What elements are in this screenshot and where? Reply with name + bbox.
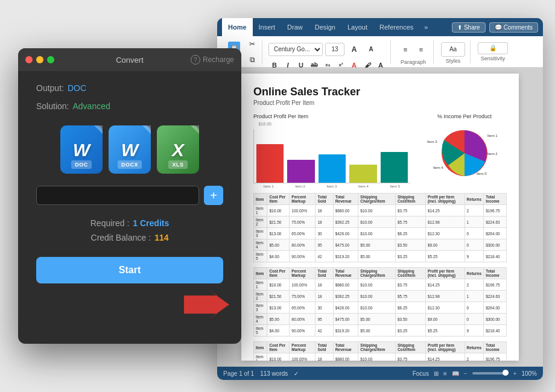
sensitivity-group: 🔒 Sensitivity — [473, 40, 513, 64]
balance-value: 114 — [154, 233, 168, 242]
comments-button[interactable]: 💬 Comments — [489, 22, 538, 33]
table-row: Item 5$4.0090.00%42$319.20$5.00$3.25$5.2… — [254, 325, 507, 337]
copy-button[interactable]: ⧉ — [245, 52, 259, 67]
font-size-input[interactable] — [325, 43, 344, 56]
pie-label-3: Item 3 — [427, 140, 437, 144]
add-file-button[interactable]: + — [204, 186, 223, 205]
view-outline-button[interactable]: ≡ — [443, 370, 447, 377]
s2-col-profit: Profit per Item (incl. shipping) — [425, 268, 465, 279]
tab-layout[interactable]: Layout — [341, 18, 373, 36]
tab-references[interactable]: References — [373, 18, 419, 36]
align-left-button[interactable]: ≡ — [398, 42, 413, 57]
pie-chart-title: % Income Per Product — [422, 113, 507, 119]
col-revenue: Total Revenue — [333, 194, 358, 205]
s2-col-shipping: Shipping Charges/Item — [358, 268, 396, 279]
required-value: 1 Credits — [133, 218, 169, 228]
font-group: Century Go... A A B I U ab x₁ x² A 🖌 A — [265, 40, 391, 64]
window-title: Convert — [116, 55, 144, 65]
s2-col-shipcost: Shipping Cost/Item — [395, 268, 425, 279]
balance-label: Credit Balance : — [91, 233, 151, 242]
tab-home[interactable]: Home — [222, 18, 253, 36]
table-row: Item 4$5.0080.00%95$475.00$5.00$3.50$9.0… — [254, 314, 507, 325]
bar-item3 — [319, 154, 346, 183]
help-icon[interactable]: ? — [191, 55, 200, 65]
section-2: Item Cost Per Item Percent Markup Total … — [253, 267, 507, 337]
docx-icon[interactable]: W DOCX — [109, 125, 151, 174]
minimize-button[interactable] — [36, 56, 43, 63]
required-row: Required : 1 Credits — [36, 218, 223, 228]
pie-label-2: Item 2 — [487, 152, 498, 156]
col-returns: Returns — [465, 194, 484, 205]
start-button[interactable]: Start — [36, 257, 223, 283]
word-count: 113 words — [260, 370, 288, 377]
s2-col-cost: Cost Per Item — [267, 268, 290, 279]
word-window: Home Insert Draw Design Layout Reference… — [217, 18, 543, 380]
s3-col-shipping: Shipping Charges/Item — [358, 342, 396, 353]
pie-label-1: Item 1 — [487, 134, 498, 138]
xls-icon[interactable]: X XLS — [157, 125, 199, 174]
balance-row: Credit Balance : 114 — [36, 233, 223, 242]
share-icon: ⬆ — [457, 24, 462, 31]
zoom-plus[interactable]: + — [513, 370, 517, 377]
s3-col-shipcost: Shipping Cost/Item — [395, 342, 425, 353]
recharge-button[interactable]: ? Recharge — [191, 55, 234, 65]
sensitivity-button[interactable]: 🔒 — [478, 42, 508, 54]
charts-row: Product Profit Per Item $16.00 Item 1 It… — [253, 113, 507, 186]
zoom-slider[interactable] — [472, 372, 509, 375]
cut-button[interactable]: ✂ — [245, 37, 259, 51]
col-markup: Percent Markup — [290, 194, 316, 205]
zoom-minus[interactable]: − — [464, 370, 468, 377]
view-layout-button[interactable]: ⊞ — [434, 370, 439, 377]
s2-col-markup: Percent Markup — [290, 268, 316, 279]
s3-col-markup: Percent Markup — [290, 342, 316, 353]
s3-col-cost: Cost Per Item — [267, 342, 290, 353]
zoom-level: 100% — [521, 370, 537, 377]
doc-icon[interactable]: W DOC — [60, 125, 103, 174]
styles-button[interactable]: Aa — [441, 42, 465, 57]
file-corner-doc — [94, 125, 103, 134]
table-row: Item 3$13.0065.00%30$426.00$10.00$6.25$1… — [254, 302, 507, 314]
bar-item5 — [381, 152, 408, 183]
tab-design[interactable]: Design — [309, 18, 341, 36]
output-label: Output: — [36, 83, 64, 93]
docx-badge: DOCX — [118, 160, 142, 169]
maximize-button[interactable] — [47, 56, 54, 63]
increase-font-button[interactable]: A — [347, 42, 361, 57]
paragraph-label: Paragraph — [401, 59, 426, 65]
share-button[interactable]: ⬆ Share — [452, 22, 486, 33]
table-row: Item 2$21.5075.00%18$392.25$10.00$5.75$1… — [254, 291, 507, 302]
decrease-font-button[interactable]: A — [364, 42, 378, 57]
track-changes-icon: ✓ — [294, 370, 299, 377]
font-name-selector[interactable]: Century Go... — [268, 43, 323, 56]
data-table-3: Item Cost Per Item Percent Markup Total … — [253, 341, 507, 361]
spreadsheet-subtitle: Product Profit Per Item — [253, 100, 507, 106]
spreadsheet-title: Online Sales Tracker — [253, 86, 507, 98]
output-value: DOC — [68, 83, 86, 93]
styles-label: Styles — [446, 58, 461, 64]
col-sold: Total Sold — [316, 194, 333, 205]
col-profit: Profit per Item (incl. shipping) — [425, 194, 465, 205]
view-read-button[interactable]: 📖 — [452, 370, 459, 377]
close-button[interactable] — [25, 56, 33, 63]
file-icons-row: W DOC W DOCX X XLS — [60, 125, 199, 174]
word-statusbar: Page 1 of 1 113 words ✓ Focus ⊞ ≡ 📖 − + … — [217, 367, 543, 380]
bar-chart-area — [253, 129, 410, 183]
col-shipping: Shipping Charges/Item — [358, 194, 396, 205]
table-row: Item 3$13.0065.00%30$426.00$10.00$6.25$1… — [254, 228, 507, 239]
align-center-button[interactable]: ≡ — [414, 42, 428, 57]
data-table-main: Item Cost Per Item Percent Markup Total … — [253, 193, 507, 262]
bar-item1 — [256, 144, 284, 183]
file-path-input[interactable] — [36, 186, 199, 205]
focus-label[interactable]: Focus — [413, 370, 429, 377]
solution-row: Solution: Advanced — [36, 101, 223, 111]
tab-draw[interactable]: Draw — [281, 18, 309, 36]
pie-chart-svg: Item 1 Item 2 Item 5 Item 4 Item 3 — [422, 122, 501, 182]
bar-item4 — [349, 165, 376, 183]
tab-insert[interactable]: Insert — [253, 18, 282, 36]
more-tabs-icon[interactable]: » — [419, 24, 433, 31]
file-corner-docx — [142, 125, 151, 134]
window-body: Output: DOC Solution: Advanced W DOC W D… — [18, 71, 241, 296]
document-area: Online Sales Tracker Product Profit Per … — [217, 68, 543, 367]
ribbon-right-actions: ⬆ Share 💬 Comments — [452, 22, 538, 33]
s3-col-item: Item — [254, 342, 267, 353]
